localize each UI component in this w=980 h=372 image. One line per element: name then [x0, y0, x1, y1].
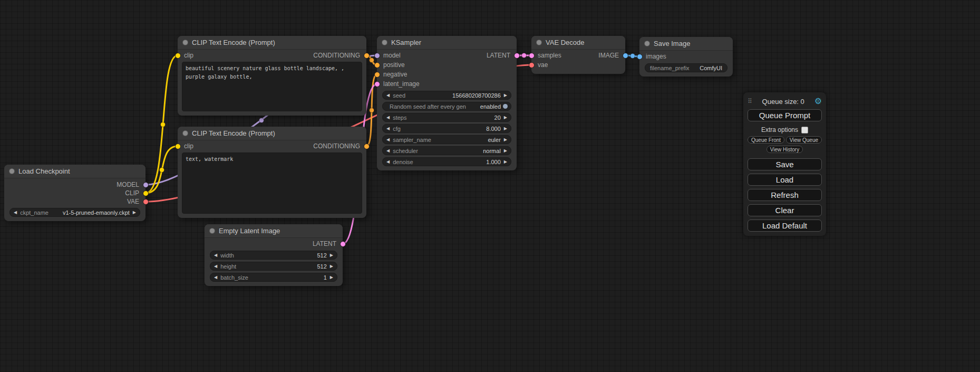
load-default-button[interactable]: Load Default	[748, 220, 822, 232]
settings-gear-icon[interactable]: ⚙	[814, 97, 822, 106]
link-midpoint-dot	[259, 118, 264, 123]
collapse-dot-icon[interactable]	[537, 40, 541, 45]
decrement-icon[interactable]: ◀	[385, 127, 391, 131]
node-ksampler[interactable]: KSampler model LATENT positive negative …	[377, 36, 517, 170]
extra-options-label: Extra options	[761, 126, 798, 133]
input-port-latent-image[interactable]	[374, 81, 380, 87]
input-port-model[interactable]	[374, 53, 380, 59]
widget-sampler-name[interactable]: ◀ sampler_name euler ▶	[382, 135, 511, 144]
output-port-clip[interactable]	[143, 190, 149, 196]
widget-value: 512	[317, 263, 326, 270]
link-midpoint-dot	[370, 58, 374, 63]
widget-scheduler[interactable]: ◀ scheduler normal ▶	[382, 146, 511, 155]
output-port-conditioning[interactable]	[364, 144, 370, 149]
widget-height[interactable]: ◀ height 512 ▶	[210, 262, 337, 271]
negative-prompt-textarea[interactable]: text, watermark	[182, 152, 362, 214]
input-label: vae	[538, 61, 548, 69]
decrement-icon[interactable]: ◀	[385, 160, 391, 164]
refresh-button[interactable]: Refresh	[748, 189, 822, 201]
collapse-dot-icon[interactable]	[382, 40, 387, 45]
input-port-images[interactable]	[637, 54, 643, 60]
input-port-vae[interactable]	[529, 62, 535, 68]
node-load-checkpoint[interactable]: Load Checkpoint MODEL CLIP VAE ◀ ckpt_na…	[4, 165, 145, 221]
increment-icon[interactable]: ▶	[503, 93, 508, 98]
node-header[interactable]: CLIP Text Encode (Prompt)	[178, 36, 366, 50]
widget-width[interactable]: ◀ width 512 ▶	[210, 251, 337, 260]
decrement-icon[interactable]: ◀	[213, 275, 218, 280]
node-empty-latent-image[interactable]: Empty Latent Image LATENT ◀ width 512 ▶ …	[205, 224, 343, 286]
output-label: LATENT	[487, 52, 510, 59]
node-header[interactable]: CLIP Text Encode (Prompt)	[178, 127, 366, 140]
decrement-icon[interactable]: ◀	[385, 149, 391, 153]
node-title: Empty Latent Image	[219, 227, 280, 235]
increment-icon[interactable]: ▶	[329, 253, 334, 257]
output-port-conditioning[interactable]	[364, 53, 370, 59]
node-header[interactable]: Empty Latent Image	[205, 224, 343, 238]
widget-name: scheduler	[393, 148, 418, 154]
view-history-button[interactable]: View History	[766, 146, 803, 153]
view-queue-button[interactable]: View Queue	[786, 136, 822, 144]
load-button[interactable]: Load	[748, 174, 822, 186]
widget-denoise[interactable]: ◀ denoise 1.000 ▶	[382, 157, 511, 166]
input-port-negative[interactable]	[374, 72, 380, 78]
clear-button[interactable]: Clear	[748, 204, 822, 216]
decrement-icon[interactable]: ◀	[213, 264, 218, 269]
increment-icon[interactable]: ▶	[329, 264, 334, 269]
node-header[interactable]: Save Image	[639, 37, 733, 51]
increment-icon[interactable]: ▶	[503, 138, 508, 142]
increment-icon[interactable]: ▶	[503, 127, 508, 131]
output-port-vae[interactable]	[143, 199, 149, 205]
save-button[interactable]: Save	[748, 158, 822, 170]
output-port-latent[interactable]	[340, 241, 346, 247]
collapse-dot-icon[interactable]	[183, 40, 188, 45]
widget-name: seed	[393, 92, 405, 99]
collapse-dot-icon[interactable]	[183, 131, 188, 136]
input-port-samples[interactable]	[529, 53, 535, 59]
input-label: negative	[383, 71, 407, 78]
widget-batch-size[interactable]: ◀ batch_size 1 ▶	[210, 273, 337, 282]
increment-icon[interactable]: ▶	[503, 160, 508, 164]
input-port-clip[interactable]	[175, 53, 181, 59]
input-port-clip[interactable]	[175, 144, 181, 149]
widget-name: filename_prefix	[650, 65, 690, 71]
queue-prompt-button[interactable]: Queue Prompt	[748, 109, 822, 121]
output-label: MODEL	[117, 181, 139, 188]
input-port-positive[interactable]	[374, 62, 380, 68]
extra-options-checkbox[interactable]	[801, 127, 808, 133]
widget-cfg[interactable]: ◀ cfg 8.000 ▶	[382, 124, 511, 133]
collapse-dot-icon[interactable]	[210, 228, 215, 233]
decrement-icon[interactable]: ◀	[13, 211, 18, 215]
node-vae-decode[interactable]: VAE Decode samples IMAGE vae	[531, 36, 625, 74]
widget-seed[interactable]: ◀ seed 156680208700286 ▶	[382, 91, 511, 100]
node-header[interactable]: KSampler	[377, 36, 517, 50]
widget-filename-prefix[interactable]: filename_prefix ComfyUI	[645, 63, 727, 72]
collapse-dot-icon[interactable]	[9, 169, 14, 174]
increment-icon[interactable]: ▶	[503, 116, 508, 120]
decrement-icon[interactable]: ◀	[385, 138, 391, 142]
collapse-dot-icon[interactable]	[645, 41, 649, 46]
node-header[interactable]: Load Checkpoint	[4, 165, 145, 178]
node-clip-text-encode-negative[interactable]: CLIP Text Encode (Prompt) clip CONDITION…	[178, 127, 366, 218]
input-label: positive	[383, 61, 405, 69]
output-port-latent[interactable]	[514, 53, 520, 59]
node-header[interactable]: VAE Decode	[531, 36, 625, 50]
output-port-model[interactable]	[143, 182, 149, 188]
increment-icon[interactable]: ▶	[132, 211, 137, 215]
widget-steps[interactable]: ◀ steps 20 ▶	[382, 113, 511, 122]
node-graph-canvas[interactable]: Load Checkpoint MODEL CLIP VAE ◀ ckpt_na…	[0, 0, 980, 372]
increment-icon[interactable]: ▶	[503, 149, 508, 153]
decrement-icon[interactable]: ◀	[385, 93, 391, 98]
widget-random-seed-toggle[interactable]: Random seed after every gen enabled	[382, 102, 511, 111]
decrement-icon[interactable]: ◀	[385, 116, 391, 120]
widget-value: 1	[324, 274, 327, 281]
node-title: KSampler	[391, 39, 421, 46]
node-clip-text-encode-positive[interactable]: CLIP Text Encode (Prompt) clip CONDITION…	[178, 36, 366, 116]
output-port-image[interactable]	[623, 53, 628, 59]
positive-prompt-textarea[interactable]: beautiful scenery nature glass bottle la…	[182, 62, 362, 111]
increment-icon[interactable]: ▶	[329, 275, 334, 280]
node-save-image[interactable]: Save Image images filename_prefix ComfyU…	[639, 37, 733, 77]
drag-handle-icon[interactable]: ⠿	[748, 98, 752, 105]
widget-ckpt-name[interactable]: ◀ ckpt_name v1-5-pruned-emaonly.ckpt ▶	[9, 208, 140, 217]
decrement-icon[interactable]: ◀	[213, 253, 218, 257]
queue-front-button[interactable]: Queue Front	[748, 136, 784, 144]
